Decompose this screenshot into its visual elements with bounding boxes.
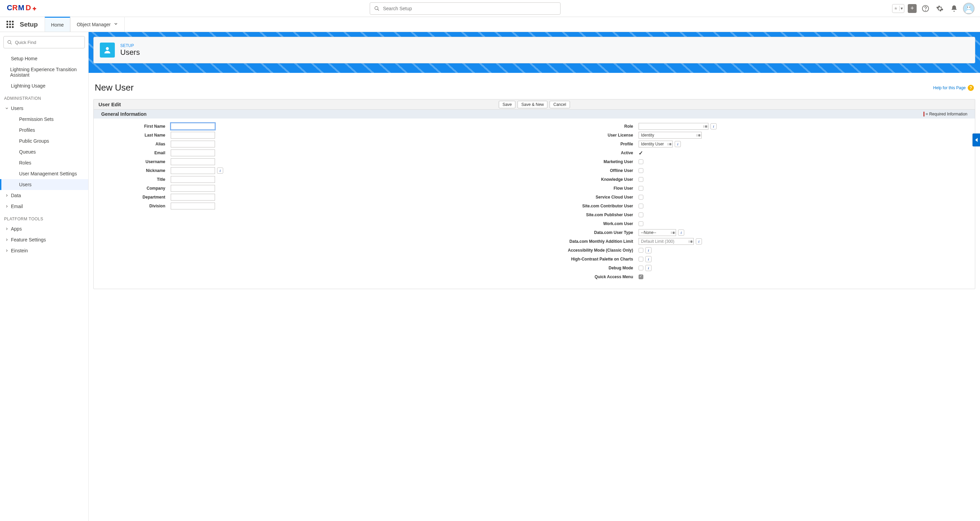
nickname-input[interactable]	[171, 167, 215, 174]
info-icon[interactable]: i	[217, 168, 223, 174]
first-name-input[interactable]	[171, 123, 215, 130]
sidebar-item-apps[interactable]: Apps	[0, 223, 88, 234]
breadcrumb: SETUP	[120, 43, 140, 48]
sidebar-item-email[interactable]: Email	[0, 201, 88, 212]
quick-find[interactable]	[3, 36, 85, 48]
sidebar-subitem-public-groups[interactable]: Public Groups	[0, 135, 88, 146]
division-input[interactable]	[171, 203, 215, 210]
sidebar-item-data[interactable]: Data	[0, 190, 88, 201]
sidebar-item-lightning-experience-transition-assistant[interactable]: Lightning Experience Transition Assistan…	[0, 64, 88, 80]
alias-input[interactable]	[171, 141, 215, 148]
section-bar-title: General Information	[101, 111, 146, 117]
cancel-button[interactable]: Cancel	[550, 101, 570, 108]
page-icon	[100, 43, 115, 57]
high-contrast-palette-on-charts-checkbox[interactable]	[639, 257, 643, 262]
favorites-button[interactable]: ★ ▾	[892, 4, 904, 13]
field-label: Department	[100, 195, 169, 200]
data-com-monthly-addition-limit-select: Default Limit (300)	[639, 238, 694, 245]
user-license-select[interactable]: Identity	[639, 132, 702, 138]
data-com-user-type-select[interactable]: --None--	[639, 229, 676, 236]
field-label: Accessibility Mode (Classic Only)	[534, 248, 636, 253]
field-label: Company	[100, 186, 169, 191]
sidebar-item-users[interactable]: Users	[0, 103, 88, 114]
site-com-contributor-user-checkbox[interactable]	[639, 203, 643, 208]
setup-gear-button[interactable]	[934, 3, 945, 14]
chevron-icon	[4, 227, 10, 231]
knowledge-user-checkbox[interactable]	[639, 177, 643, 182]
sidebar-item-einstein[interactable]: Einstein	[0, 245, 88, 256]
user-avatar[interactable]	[963, 3, 975, 14]
role-select[interactable]	[639, 123, 708, 130]
svg-point-13	[969, 6, 970, 7]
info-icon[interactable]: i	[645, 247, 652, 253]
required-indicator-icon	[923, 112, 924, 116]
debug-mode-checkbox[interactable]	[639, 265, 643, 270]
save-and-new-button[interactable]: Save & New	[518, 101, 547, 108]
company-input[interactable]	[171, 185, 215, 192]
department-input[interactable]	[171, 194, 215, 200]
sidebar-subitem-roles[interactable]: Roles	[0, 157, 88, 168]
user-edit-card: User Edit Save Save & New Cancel General…	[93, 99, 975, 289]
marketing-user-checkbox[interactable]	[639, 159, 643, 164]
help-for-page-link[interactable]: Help for this Page ?	[933, 85, 974, 91]
search-input[interactable]	[383, 6, 556, 11]
info-icon[interactable]: i	[645, 265, 652, 271]
email-input[interactable]	[171, 149, 215, 156]
global-search[interactable]	[370, 2, 560, 15]
help-button[interactable]	[920, 3, 931, 14]
app-launcher-button[interactable]	[0, 17, 20, 32]
title-input[interactable]	[171, 176, 215, 183]
select-arrows-icon	[671, 232, 676, 234]
accessibility-mode-classic-only--checkbox[interactable]	[639, 248, 643, 253]
sidebar-subitem-profiles[interactable]: Profiles	[0, 125, 88, 135]
sidebar-item-feature-settings[interactable]: Feature Settings	[0, 234, 88, 245]
quick-find-input[interactable]	[15, 40, 81, 45]
field-label: Data.com Monthly Addition Limit	[534, 239, 636, 244]
save-button[interactable]: Save	[499, 101, 515, 108]
chevron-down-icon	[113, 21, 118, 27]
notifications-button[interactable]	[949, 3, 959, 14]
info-icon[interactable]: i	[696, 238, 702, 245]
info-icon[interactable]: i	[675, 141, 681, 147]
sidebar-subitem-users[interactable]: Users	[0, 179, 88, 190]
info-icon[interactable]: i	[711, 123, 717, 129]
context-app-name: Setup	[20, 17, 45, 32]
svg-line-7	[377, 9, 379, 11]
field-label: Marketing User	[534, 159, 636, 164]
sidebar-subitem-permission-sets[interactable]: Permission Sets	[0, 114, 88, 125]
tab-home[interactable]: Home	[45, 17, 70, 32]
sidebar-item-lightning-usage[interactable]: Lightning Usage	[0, 80, 88, 91]
field-label: Debug Mode	[534, 265, 636, 270]
info-icon[interactable]: i	[645, 256, 652, 262]
offline-user-checkbox[interactable]	[639, 168, 643, 173]
chevron-down-icon[interactable]: ▾	[899, 6, 904, 11]
tab-label: Home	[51, 22, 64, 28]
svg-rect-5	[34, 7, 35, 11]
work-com-user-checkbox[interactable]	[639, 221, 643, 226]
quick-access-menu-checkbox[interactable]	[639, 275, 643, 279]
global-actions-button[interactable]: +	[908, 4, 916, 13]
field-label: Active	[534, 151, 636, 155]
sidebar-subitem-queues[interactable]: Queues	[0, 146, 88, 157]
field-label: Flow User	[534, 186, 636, 191]
service-cloud-user-checkbox[interactable]	[639, 195, 643, 200]
sidebar-subitem-user-management-settings[interactable]: User Management Settings	[0, 168, 88, 179]
sidebar-item-setup-home[interactable]: Setup Home	[0, 53, 88, 64]
info-icon[interactable]: i	[678, 230, 684, 236]
sidebar-category: PLATFORM TOOLS	[0, 212, 88, 223]
expand-panel-button[interactable]	[972, 133, 980, 146]
field-label: Quick Access Menu	[534, 275, 636, 279]
last-name-input[interactable]	[171, 132, 215, 138]
tab-object-manager[interactable]: Object Manager	[70, 17, 125, 32]
svg-line-15	[10, 43, 11, 44]
question-icon	[922, 5, 929, 12]
svg-point-12	[967, 6, 968, 7]
profile-select[interactable]: Identity User	[639, 141, 673, 148]
select-arrows-icon	[668, 143, 672, 145]
flow-user-checkbox[interactable]	[639, 186, 643, 191]
svg-text:R: R	[12, 3, 18, 12]
field-label: User License	[534, 133, 636, 138]
username-input[interactable]	[171, 158, 215, 165]
site-com-publisher-user-checkbox[interactable]	[639, 213, 643, 217]
field-label: Email	[100, 151, 169, 155]
